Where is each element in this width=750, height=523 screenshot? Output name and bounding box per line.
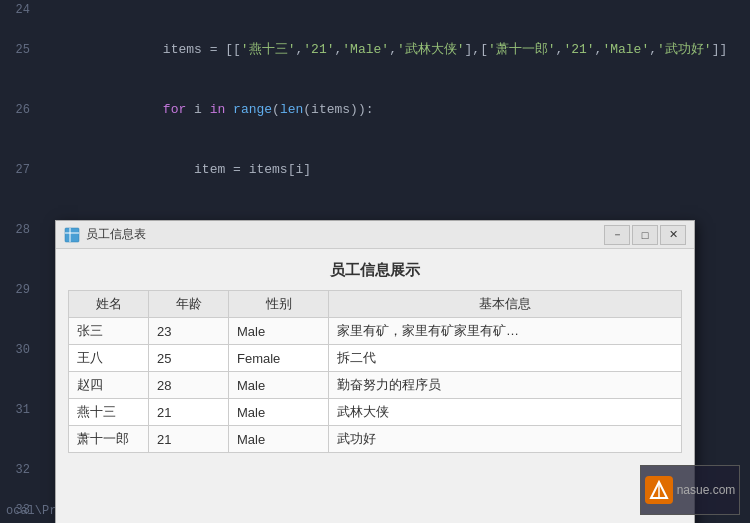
dialog-app-icon [64, 227, 80, 243]
dialog-title: 员工信息表 [86, 226, 604, 243]
minimize-button[interactable]: － [604, 225, 630, 245]
table-row: 王八25Female拆二代 [69, 345, 682, 372]
table-cell: 28 [149, 372, 229, 399]
table-header-row: 姓名 年龄 性别 基本信息 [69, 291, 682, 318]
dialog-titlebar: 员工信息表 － □ ✕ [56, 221, 694, 249]
info-table: 姓名 年龄 性别 基本信息 张三23Male家里有矿，家里有矿家里有矿…王八25… [68, 290, 682, 453]
table-cell: Male [229, 426, 329, 453]
line-content: item = items[i] [38, 140, 750, 200]
table-cell: 勤奋努力的程序员 [329, 372, 682, 399]
table-row: 赵四28Male勤奋努力的程序员 [69, 372, 682, 399]
table-cell: Male [229, 318, 329, 345]
brand-logo-icon [649, 480, 669, 500]
dialog-controls: － □ ✕ [604, 225, 686, 245]
close-button[interactable]: ✕ [660, 225, 686, 245]
table-header: 姓名 年龄 性别 基本信息 [69, 291, 682, 318]
table-body: 张三23Male家里有矿，家里有矿家里有矿…王八25Female拆二代赵四28M… [69, 318, 682, 453]
table-cell: Male [229, 399, 329, 426]
table-cell: Female [229, 345, 329, 372]
table-cell: 拆二代 [329, 345, 682, 372]
code-line: 24 [0, 0, 750, 20]
table-cell: Male [229, 372, 329, 399]
col-header-age: 年龄 [149, 291, 229, 318]
line-number: 24 [0, 0, 38, 20]
table-row: 张三23Male家里有矿，家里有矿家里有矿… [69, 318, 682, 345]
line-number: 28 [0, 220, 38, 240]
dialog-body: 员工信息展示 姓名 年龄 性别 基本信息 张三23Male家里有矿，家里有矿家里… [56, 249, 694, 461]
line-content: for i in range(len(items)): [38, 80, 750, 140]
code-line: 25 items = [['燕十三','21','Male','武林大侠'],[… [0, 20, 750, 80]
dialog-window: 员工信息表 － □ ✕ 员工信息展示 姓名 年龄 性别 基本信息 张三23Mal… [55, 220, 695, 523]
bottom-path: ocal\Pr [0, 499, 62, 523]
line-number: 32 [0, 460, 38, 480]
table-cell: 燕十三 [69, 399, 149, 426]
brand-icon [645, 476, 673, 504]
col-header-info: 基本信息 [329, 291, 682, 318]
line-number: 27 [0, 160, 38, 180]
code-line: 26 for i in range(len(items)): [0, 80, 750, 140]
table-cell: 25 [149, 345, 229, 372]
table-cell: 家里有矿，家里有矿家里有矿… [329, 318, 682, 345]
table-row: 萧十一郎21Male武功好 [69, 426, 682, 453]
line-content: items = [['燕十三','21','Male','武林大侠'],['萧十… [38, 20, 750, 80]
table-cell: 武林大侠 [329, 399, 682, 426]
table-cell: 23 [149, 318, 229, 345]
line-number: 31 [0, 400, 38, 420]
table-cell: 21 [149, 399, 229, 426]
brand-text: nasue.com [677, 483, 736, 497]
brand-badge: nasue.com [640, 465, 740, 515]
table-cell: 赵四 [69, 372, 149, 399]
line-number: 26 [0, 100, 38, 120]
code-line: 27 item = items[i] [0, 140, 750, 200]
svg-rect-0 [65, 228, 79, 242]
line-number: 30 [0, 340, 38, 360]
table-cell: 萧十一郎 [69, 426, 149, 453]
col-header-name: 姓名 [69, 291, 149, 318]
table-row: 燕十三21Male武林大侠 [69, 399, 682, 426]
table-cell: 张三 [69, 318, 149, 345]
line-number: 29 [0, 280, 38, 300]
dialog-heading: 员工信息展示 [68, 257, 682, 280]
line-number: 25 [0, 40, 38, 60]
col-header-gender: 性别 [229, 291, 329, 318]
table-cell: 武功好 [329, 426, 682, 453]
table-cell: 21 [149, 426, 229, 453]
maximize-button[interactable]: □ [632, 225, 658, 245]
table-cell: 王八 [69, 345, 149, 372]
